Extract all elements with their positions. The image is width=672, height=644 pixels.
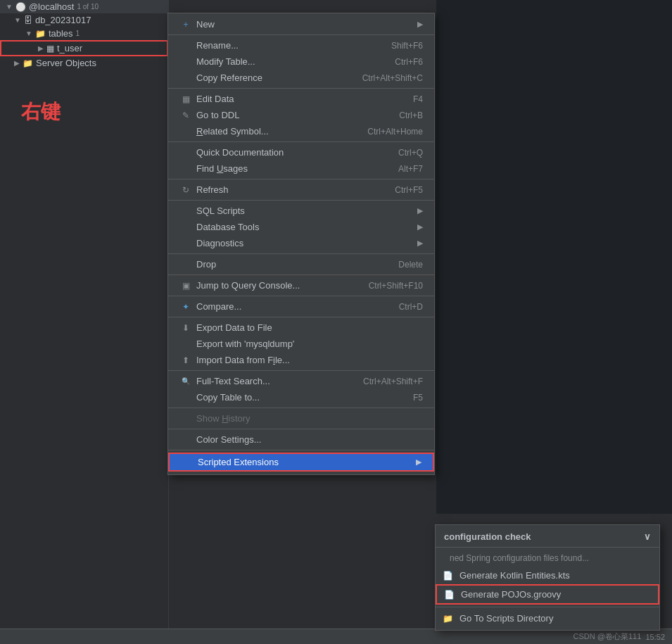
menu-export-file-label: Export Data to File bbox=[196, 322, 423, 333]
tables-label: tables bbox=[49, 28, 73, 39]
menu-item-copy-table[interactable]: Copy Table to... F5 bbox=[168, 389, 434, 405]
submenu-spring-config[interactable]: ned Spring configuration files found... bbox=[436, 550, 659, 567]
table-arrow-icon: ▶ bbox=[38, 44, 44, 52]
menu-sql-scripts-label: SQL Scripts bbox=[196, 206, 412, 216]
tables-arrow-icon: ▼ bbox=[25, 30, 32, 37]
new-arrow-icon: ▶ bbox=[417, 20, 423, 29]
edit-data-icon: ▦ bbox=[179, 94, 192, 104]
separator-12 bbox=[168, 429, 434, 429]
copy-table-shortcut: F5 bbox=[413, 393, 423, 403]
sidebar-host-item[interactable]: ▼ ⚪ @localhost 1 of 10 bbox=[0, 0, 168, 13]
db-icon: 🗄 bbox=[24, 15, 32, 25]
compare-shortcut: Ctrl+D bbox=[399, 302, 423, 312]
menu-item-scripted-extensions[interactable]: Scripted Extensions ▶ bbox=[168, 453, 434, 472]
menu-go-ddl-label: Go to DDL bbox=[196, 110, 385, 120]
tables-badge: 1 bbox=[76, 30, 80, 37]
menu-diagnostics-label: Diagnostics bbox=[196, 238, 412, 248]
menu-quick-doc-label: Quick Documentation bbox=[196, 147, 384, 158]
menu-item-related-symbol[interactable]: Related Symbol... Ctrl+Alt+Home bbox=[168, 123, 434, 139]
go-ddl-shortcut: Ctrl+B bbox=[399, 111, 423, 120]
menu-database-tools-label: Database Tools bbox=[196, 222, 412, 232]
sidebar-table-item[interactable]: ▶ ▦ t_user bbox=[0, 40, 168, 56]
menu-item-show-history[interactable]: Show History bbox=[168, 410, 434, 427]
separator-3 bbox=[168, 141, 434, 142]
table-label: t_user bbox=[57, 43, 82, 53]
menu-item-diagnostics[interactable]: Diagnostics ▶ bbox=[168, 235, 434, 251]
menu-item-copy-reference[interactable]: Copy Reference Ctrl+Alt+Shift+C bbox=[168, 70, 434, 86]
menu-item-export-mysqldump[interactable]: Export with 'mysqldump' bbox=[168, 336, 434, 352]
menu-drop-label: Drop bbox=[196, 259, 384, 270]
menu-item-find-usages[interactable]: Find Usages Alt+F7 bbox=[168, 160, 434, 177]
menu-item-compare[interactable]: ✦ Compare... Ctrl+D bbox=[168, 298, 434, 315]
separator-5 bbox=[168, 200, 434, 201]
menu-item-drop[interactable]: Drop Delete bbox=[168, 256, 434, 272]
separator-9 bbox=[168, 317, 434, 317]
menu-item-new[interactable]: + New ▶ bbox=[168, 16, 434, 32]
status-bar: CSDN @卷心菜111 15:52 bbox=[0, 629, 672, 644]
separator-10 bbox=[168, 370, 434, 371]
context-menu: + New ▶ Rename... Shift+F6 Modify Table.… bbox=[167, 13, 435, 475]
menu-item-import-file[interactable]: ⬆ Import Data from File... bbox=[168, 352, 434, 368]
menu-copy-ref-label: Copy Reference bbox=[196, 72, 348, 83]
modify-table-shortcut: Ctrl+F6 bbox=[395, 57, 423, 67]
menu-item-refresh[interactable]: ↻ Refresh Ctrl+F5 bbox=[168, 182, 434, 198]
server-objects-arrow-icon: ▶ bbox=[14, 59, 20, 67]
separator-4 bbox=[168, 179, 434, 179]
submenu-panel: configuration check ∨ ned Spring configu… bbox=[435, 524, 660, 631]
export-file-icon: ⬇ bbox=[179, 323, 192, 333]
menu-related-symbol-label: Related Symbol... bbox=[196, 126, 353, 137]
separator-8 bbox=[168, 296, 434, 296]
status-user: CSDN @卷心菜111 bbox=[573, 631, 642, 642]
menu-item-color-settings[interactable]: Color Settings... bbox=[168, 431, 434, 448]
menu-item-go-to-ddl[interactable]: ✎ Go to DDL Ctrl+B bbox=[168, 107, 434, 123]
table-icon: ▦ bbox=[46, 44, 54, 53]
sidebar-server-objects[interactable]: ▶ 📁 Server Objects bbox=[0, 56, 168, 70]
submenu-config-header: configuration check ∨ bbox=[436, 528, 659, 545]
related-symbol-shortcut: Ctrl+Alt+Home bbox=[367, 127, 423, 137]
menu-item-export-file[interactable]: ⬇ Export Data to File bbox=[168, 320, 434, 336]
menu-scripted-ext-label: Scripted Extensions bbox=[198, 457, 410, 467]
menu-item-rename[interactable]: Rename... Shift+F6 bbox=[168, 37, 434, 53]
menu-item-database-tools[interactable]: Database Tools ▶ bbox=[168, 219, 434, 235]
submenu-separator-1 bbox=[436, 547, 659, 548]
diagnostics-arrow-icon: ▶ bbox=[417, 239, 423, 248]
menu-item-modify-table[interactable]: Modify Table... Ctrl+F6 bbox=[168, 53, 434, 70]
import-file-icon: ⬆ bbox=[179, 355, 192, 365]
submenu-go-to-scripts-label: Go To Scripts Directory bbox=[459, 613, 553, 624]
fulltext-search-icon: 🔍 bbox=[179, 377, 192, 385]
submenu-go-to-scripts[interactable]: 📁 Go To Scripts Directory bbox=[436, 610, 659, 627]
separator-2 bbox=[168, 88, 434, 89]
menu-item-sql-scripts[interactable]: SQL Scripts ▶ bbox=[168, 203, 434, 219]
sql-scripts-arrow-icon: ▶ bbox=[417, 206, 423, 215]
pojos-icon: 📄 bbox=[444, 590, 457, 600]
submenu-gen-pojos[interactable]: 📄 Generate POJOs.groovy bbox=[436, 584, 659, 605]
submenu-separator-2 bbox=[436, 607, 659, 607]
refresh-icon: ↻ bbox=[179, 185, 192, 195]
folder-icon: 📁 bbox=[443, 614, 455, 624]
menu-find-usages-label: Find Usages bbox=[196, 163, 384, 174]
submenu-gen-kotlin[interactable]: 📄 Generate Kotlin Entities.kts bbox=[436, 567, 659, 584]
copy-ref-shortcut: Ctrl+Alt+Shift+C bbox=[362, 73, 423, 83]
right-editor-area bbox=[436, 0, 672, 514]
drop-shortcut: Delete bbox=[398, 260, 423, 270]
sidebar-tables-item[interactable]: ▼ 📁 tables 1 bbox=[0, 27, 168, 40]
menu-new-label: New bbox=[196, 19, 412, 30]
menu-item-quick-doc[interactable]: Quick Documentation Ctrl+Q bbox=[168, 144, 434, 160]
jump-query-shortcut: Ctrl+Shift+F10 bbox=[369, 281, 423, 291]
new-icon: + bbox=[179, 20, 192, 30]
server-objects-icon: 📁 bbox=[23, 58, 33, 68]
menu-rename-label: Rename... bbox=[196, 40, 377, 51]
separator-13 bbox=[168, 450, 434, 450]
menu-item-fulltext-search[interactable]: 🔍 Full-Text Search... Ctrl+Alt+Shift+F bbox=[168, 373, 434, 389]
db-label: db_20231017 bbox=[35, 15, 91, 25]
submenu-gen-pojos-label: Generate POJOs.groovy bbox=[461, 589, 561, 600]
separator-11 bbox=[168, 408, 434, 408]
server-objects-label: Server Objects bbox=[36, 58, 96, 68]
menu-item-edit-data[interactable]: ▦ Edit Data F4 bbox=[168, 91, 434, 107]
right-click-label: 右键 bbox=[21, 99, 61, 125]
sidebar-db-item[interactable]: ▼ 🗄 db_20231017 bbox=[0, 13, 168, 27]
separator-6 bbox=[168, 253, 434, 254]
menu-refresh-label: Refresh bbox=[196, 184, 381, 195]
menu-item-jump-query[interactable]: ▣ Jump to Query Console... Ctrl+Shift+F1… bbox=[168, 277, 434, 293]
status-time: 15:52 bbox=[645, 633, 665, 641]
